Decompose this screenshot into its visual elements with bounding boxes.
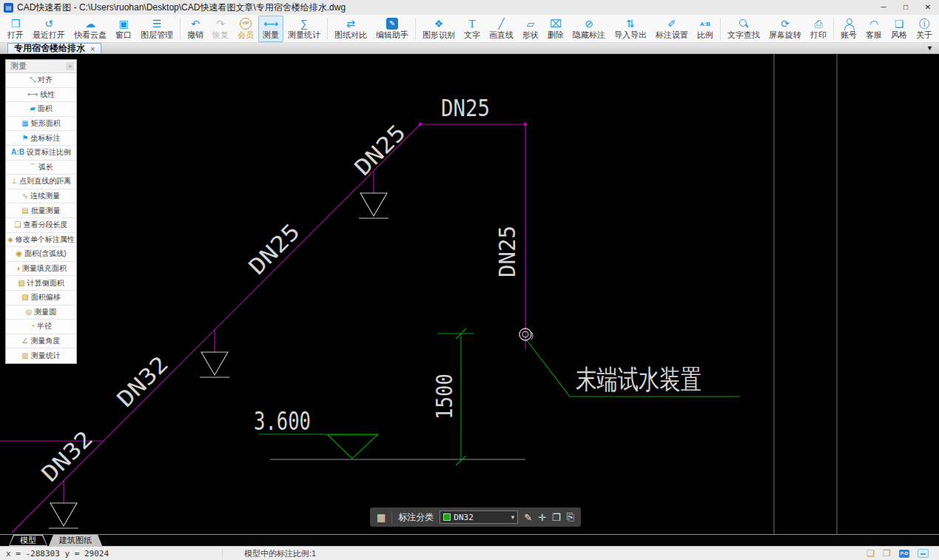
tab-list-caret-icon[interactable]: ▼ — [926, 44, 933, 52]
fill-area-icon: ◑ — [16, 265, 20, 272]
edit-assistant-icon: ✎ — [386, 18, 398, 30]
delete-button[interactable]: ⌧删除 — [543, 16, 568, 42]
vip-button[interactable]: VIP会员 — [233, 16, 258, 42]
classify-dropdown[interactable]: DN32 ▾ — [440, 510, 518, 524]
segment-length-icon: ❏ — [15, 221, 21, 229]
measure-tool-side-area[interactable]: ▧计算侧面积 — [6, 276, 76, 291]
measure-tool-coordinate[interactable]: ⚑坐标标注 — [6, 131, 76, 146]
screen-rotate-button[interactable]: ⟳屏幕旋转 — [764, 16, 806, 42]
style-button[interactable]: ❏风格 — [886, 16, 912, 42]
document-tab-label: 专用宿舍楼给排水 — [14, 42, 85, 55]
classify-paste-icon[interactable]: ⎘ — [567, 511, 574, 523]
cloud-drive-button[interactable]: ☁快看云盘 — [70, 16, 111, 42]
pipe-lines — [0, 124, 525, 533]
measure-tool-linear[interactable]: ⟷线性 — [6, 88, 76, 103]
import-export-button[interactable]: ⇅导入导出 — [610, 16, 651, 42]
drawing-canvas[interactable]: DN25 DN25 DN25 DN32 DN32 DN25 1500 3.600… — [0, 54, 939, 534]
classify-copy-icon[interactable]: ❐ — [552, 512, 561, 523]
undo-button[interactable]: ↶撤销 — [183, 16, 208, 42]
measure-angle-icon: ∠ — [22, 337, 29, 345]
toolbar-separator — [180, 18, 181, 40]
panel-close-icon[interactable]: × — [66, 62, 74, 70]
print-icon: ⎙ — [814, 18, 822, 30]
redo-icon: ↷ — [216, 18, 225, 30]
measure-tool-aligned[interactable]: ⤡对齐 — [6, 73, 76, 88]
measure-button[interactable]: ⟷测量 — [258, 16, 283, 42]
layer-manager-button[interactable]: ☰图层管理 — [136, 16, 178, 42]
measure-icon: ⟷ — [263, 18, 278, 30]
measure-stats-button[interactable]: ∑测量统计 — [283, 16, 325, 42]
hide-annotations-button[interactable]: ⊘隐藏标注 — [568, 16, 610, 42]
minimize-button[interactable]: ─ — [872, 0, 895, 15]
screen-rotate-icon: ⟳ — [781, 18, 790, 30]
annotation-settings-button[interactable]: ✐标注设置 — [651, 16, 693, 42]
close-button[interactable]: ✕ — [917, 0, 939, 15]
sheet-tab-model[interactable]: 模型 — [9, 535, 47, 546]
measure-tool-continuous[interactable]: ∿连续测量 — [6, 189, 76, 204]
open-button[interactable]: ❒打开 — [3, 16, 28, 42]
pipe-label-diag-low: DN32 — [112, 351, 173, 412]
area-offset-icon: ▨ — [21, 294, 28, 301]
measure-tool-arc-length[interactable]: ⌒弧长 — [6, 161, 76, 175]
measure-tool-area-offset[interactable]: ▨面积偏移 — [6, 291, 76, 306]
measure-tool-segment[interactable]: ❏查看分段长度 — [6, 218, 76, 233]
radius-icon: ◔ — [30, 323, 35, 330]
account-icon — [844, 18, 854, 30]
about-button[interactable]: ⓘ关于 — [912, 16, 937, 42]
shapes-button[interactable]: ▱形状 — [518, 16, 543, 42]
text-search-button[interactable]: 文字查找 — [723, 16, 764, 42]
measure-tool-batch[interactable]: ▤批量测量 — [6, 203, 76, 218]
maximize-button[interactable]: □ — [895, 0, 917, 15]
measure-tool-point-line[interactable]: ⊥点到直线的距离 — [6, 175, 76, 189]
linear-dim-icon: ⟷ — [27, 91, 38, 98]
aligned-dim-icon: ⤡ — [30, 76, 36, 84]
device-note: 末端试水装置 — [576, 364, 701, 394]
pdf-dwg-converter-icon[interactable]: P-D — [899, 550, 909, 558]
drawing-compare-button[interactable]: ⇄图纸对比 — [330, 16, 371, 42]
measure-tool-rect-area[interactable]: ▦矩形面积 — [6, 117, 76, 132]
doc-export-icon[interactable]: ❏ — [866, 548, 875, 559]
measure-tool-dim-scale[interactable]: A:B设置标注比例 — [6, 146, 76, 161]
shapes-icon: ▱ — [527, 18, 535, 30]
dim-scale-icon: A:B — [11, 149, 24, 156]
toolbar-separator — [720, 18, 721, 40]
annotation-scale-info: 模型中的标注比例:1 — [244, 548, 316, 559]
draw-line-button[interactable]: ╱画直线 — [485, 16, 518, 42]
measure-tool-fill-area[interactable]: ◑测量填充面积 — [6, 262, 76, 277]
support-button[interactable]: ◠客服 — [861, 16, 886, 42]
tab-close-icon[interactable]: × — [90, 44, 95, 53]
sheet-tab-layout[interactable]: 建筑图纸 — [49, 535, 102, 546]
level-value: 3.600 — [254, 406, 311, 436]
measure-circle-icon: ◎ — [26, 308, 33, 316]
measure-tool-angle[interactable]: ∠测量角度 — [6, 334, 76, 349]
measure-tool-circle[interactable]: ◎测量圆 — [6, 306, 76, 320]
classify-move-icon[interactable]: ✛ — [538, 512, 546, 523]
annotation-classify-bar: ▦ 标注分类 DN32 ▾ ✎ ✛ ❐ ⎘ — [370, 507, 581, 527]
measure-tool-stats[interactable]: ▥测量统计 — [6, 348, 76, 363]
scale-button[interactable]: A:B比例 — [693, 16, 718, 42]
print-button[interactable]: ⎙打印 — [806, 16, 831, 42]
redo-button[interactable]: ↷恢复 — [208, 16, 233, 42]
sheet-tabbar: 模型 建筑图纸 — [0, 534, 939, 546]
shape-recognition-button[interactable]: ❖图形识别 — [418, 16, 460, 42]
doc-edit-icon[interactable]: ❐ — [883, 548, 891, 559]
classify-selected-value: DN32 — [454, 513, 508, 522]
main-toolbar: ❒打开 ↺最近打开 ☁快看云盘 ▣窗口 ☰图层管理 ↶撤销 ↷恢复 VIP会员 … — [0, 15, 939, 43]
window-tool-icon[interactable] — [918, 549, 929, 558]
document-tabbar: 专用宿舍楼给排水 × ▼ — [0, 43, 939, 54]
measure-tool-area[interactable]: ▰面积 — [6, 102, 76, 117]
window-button[interactable]: ▣窗口 — [111, 16, 136, 42]
measure-tool-area-arc[interactable]: ◉面积(含弧线) — [6, 247, 76, 262]
document-tab[interactable]: 专用宿舍楼给排水 × — [7, 43, 101, 53]
classify-edit-icon[interactable]: ✎ — [524, 512, 532, 523]
classify-grid-icon[interactable]: ▦ — [377, 512, 386, 523]
measure-tool-edit-prop[interactable]: ◈修改单个标注属性 — [6, 233, 76, 248]
classify-label: 标注分类 — [398, 511, 434, 524]
folder-open-icon: ❒ — [11, 18, 21, 30]
measure-tool-radius[interactable]: ◔半径 — [6, 320, 76, 334]
recent-files-button[interactable]: ↺最近打开 — [28, 16, 70, 42]
edit-assistant-button[interactable]: ✎编辑助手 — [371, 16, 413, 42]
account-button[interactable]: 账号 — [836, 16, 861, 42]
measure-panel-header[interactable]: 测量 × — [6, 60, 76, 73]
text-button[interactable]: T文字 — [460, 16, 485, 42]
